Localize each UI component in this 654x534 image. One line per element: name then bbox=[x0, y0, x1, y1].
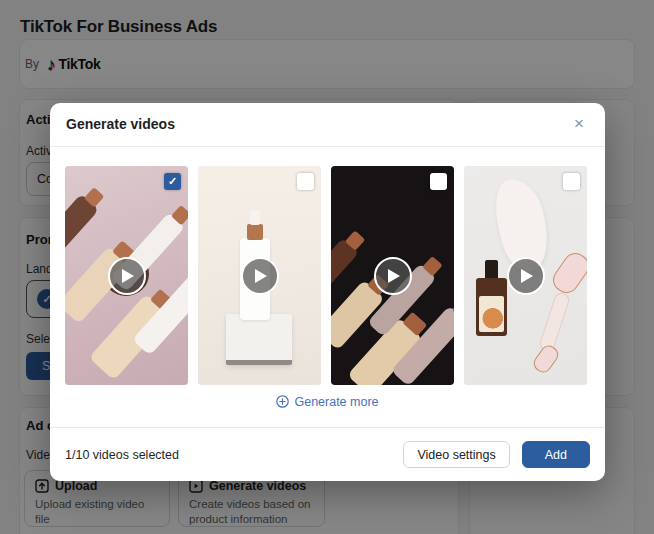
play-icon[interactable] bbox=[507, 257, 545, 295]
generate-more-label: Generate more bbox=[294, 395, 378, 409]
video-thumbnail-2[interactable]: ✓ bbox=[198, 166, 321, 385]
video-checkbox[interactable]: ✓ bbox=[164, 173, 181, 190]
video-thumbnail-1[interactable]: ✓ bbox=[65, 166, 188, 385]
selection-status: 1/10 videos selected bbox=[65, 448, 179, 462]
video-checkbox[interactable]: ✓ bbox=[430, 173, 447, 190]
modal-footer: 1/10 videos selected Video settings Add bbox=[65, 428, 590, 481]
video-thumbnail-grid: ✓ ✓ ✓ bbox=[65, 166, 587, 385]
play-icon[interactable] bbox=[108, 257, 146, 295]
video-settings-button[interactable]: Video settings bbox=[403, 441, 509, 468]
video-checkbox[interactable]: ✓ bbox=[563, 173, 580, 190]
video-thumbnail-3[interactable]: ✓ bbox=[331, 166, 454, 385]
video-thumbnail-4[interactable]: ✓ bbox=[464, 166, 587, 385]
play-icon[interactable] bbox=[241, 257, 279, 295]
add-button[interactable]: Add bbox=[522, 441, 590, 468]
close-icon[interactable]: × bbox=[569, 114, 589, 134]
app-root: TikTok For Business Ads By ♪ TikTok Acti… bbox=[0, 0, 654, 534]
video-checkbox[interactable]: ✓ bbox=[297, 173, 314, 190]
generate-videos-modal: Generate videos × ✓ ✓ bbox=[50, 103, 605, 481]
play-icon[interactable] bbox=[374, 257, 412, 295]
modal-title: Generate videos bbox=[66, 103, 175, 146]
plus-circle-icon bbox=[276, 395, 289, 408]
modal-header: Generate videos × bbox=[50, 103, 605, 147]
generate-more-button[interactable]: Generate more bbox=[276, 395, 378, 409]
